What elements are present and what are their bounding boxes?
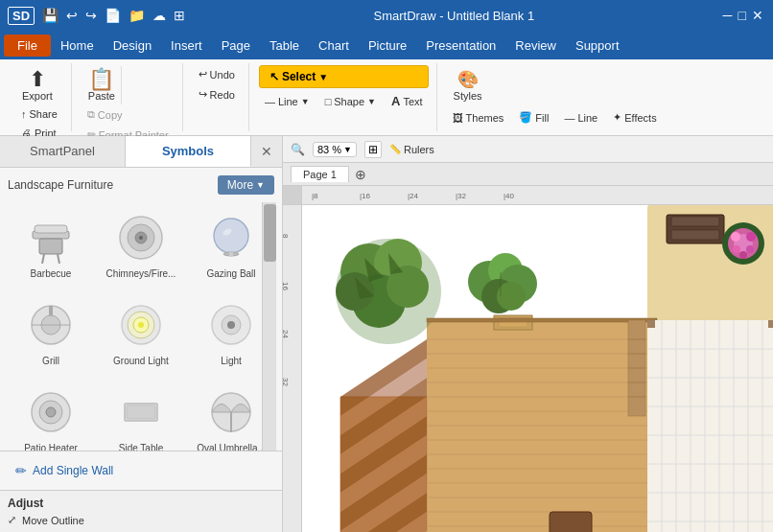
add-page-button[interactable]: ⊕ [349, 165, 372, 184]
select-button[interactable]: ↖ Select ▼ [259, 65, 429, 88]
zoom-control[interactable]: 83 % ▼ [313, 142, 357, 157]
fit-icon[interactable]: ⊞ [364, 141, 382, 158]
shape-button[interactable]: □ Shape ▼ [319, 91, 382, 111]
svg-rect-4 [35, 225, 67, 233]
themes-button[interactable]: 🖼 Themes [447, 108, 510, 127]
add-single-wall-button[interactable]: ✏ Add Single Wall [8, 459, 274, 482]
export-button[interactable]: ⬆ Export [15, 65, 59, 105]
select-dropdown-icon[interactable]: ▼ [318, 72, 328, 82]
redo-button[interactable]: ↪ Redo [193, 85, 241, 104]
menu-design[interactable]: Design [104, 35, 161, 57]
symbol-grill[interactable]: Grill [8, 289, 94, 373]
search-icon: 🔍 [291, 143, 305, 156]
symbol-patio-heater[interactable]: Patio Heater [8, 377, 94, 451]
canvas-content[interactable]: HOM DECK [302, 205, 773, 532]
gazing-ball-symbol-icon [202, 209, 260, 266]
cloud-icon[interactable]: ☁ [151, 6, 168, 25]
svg-text:16: 16 [283, 282, 290, 290]
effects-button[interactable]: ✦ Effects [607, 108, 662, 127]
text-button[interactable]: A Text [386, 91, 429, 111]
symbols-scrollbar[interactable] [262, 202, 276, 451]
svg-point-82 [746, 245, 754, 253]
symbol-chimneys[interactable]: Chimneys/Fire... [98, 202, 184, 286]
svg-rect-73 [671, 217, 719, 226]
close-btn[interactable]: ✕ [750, 6, 765, 25]
menu-chart[interactable]: Chart [309, 35, 359, 57]
svg-point-80 [739, 251, 747, 259]
oval-umbrella-label: Oval Umbrella... [197, 443, 266, 451]
effects-icon: ✦ [613, 111, 621, 124]
svg-rect-130 [647, 320, 655, 328]
svg-point-81 [733, 245, 740, 253]
text-icon: A [391, 94, 400, 108]
cursor-icon: ↖ [269, 70, 279, 83]
fill-button[interactable]: 🪣 Fill [513, 108, 554, 127]
menu-review[interactable]: Review [505, 35, 566, 57]
svg-rect-111 [647, 320, 773, 532]
copy-button[interactable]: ⧉ Copy [82, 105, 175, 124]
themes-icon: 🖼 [453, 112, 463, 124]
redo-icon: ↪ [199, 88, 207, 101]
redo-title-icon[interactable]: ↪ [83, 6, 99, 25]
svg-line-2 [42, 254, 44, 264]
svg-rect-97 [427, 318, 657, 322]
styles-icon: 🎨 [457, 69, 479, 90]
undo-button[interactable]: ↩ Undo [193, 65, 241, 83]
paste-button[interactable]: 📋 Paste [82, 65, 122, 105]
symbol-side-table[interactable]: Side Table [98, 377, 184, 451]
zoom-dropdown-icon[interactable]: ▼ [343, 145, 352, 154]
page-tab-1[interactable]: Page 1 [291, 166, 349, 182]
grill-symbol-icon [22, 296, 80, 354]
styles-button[interactable]: 🎨 Styles [447, 65, 489, 105]
panel-close-btn[interactable]: ✕ [251, 136, 282, 167]
line-style-button[interactable]: — Line [558, 108, 603, 127]
export-icon: ⬆ [29, 69, 46, 90]
save-icon[interactable]: 💾 [40, 6, 60, 25]
minimize-btn[interactable]: ─ [721, 6, 735, 25]
tab-smart-panel[interactable]: SmartPanel [0, 136, 126, 167]
symbols-grid: Barbecue Chimneys/Fire... [8, 202, 274, 451]
shape-dropdown-icon[interactable]: ▼ [367, 97, 376, 106]
new-icon[interactable]: 📄 [103, 6, 123, 25]
menu-insert[interactable]: Insert [161, 35, 212, 57]
drawing-canvas[interactable]: |8 |16 |24 |32 |40 8 16 24 32 [283, 186, 773, 532]
zoom-value: 83 % [317, 144, 341, 155]
tab-symbols[interactable]: Symbols [126, 136, 251, 167]
line-dropdown-icon[interactable]: ▼ [301, 97, 310, 106]
menu-table[interactable]: Table [260, 35, 309, 57]
menu-file[interactable]: File [4, 35, 51, 57]
menu-picture[interactable]: Picture [359, 35, 416, 57]
chimneys-symbol-icon [112, 209, 170, 266]
add-wall-section: ✏ Add Single Wall [0, 451, 282, 490]
undo-title-icon[interactable]: ↩ [64, 6, 80, 25]
svg-text:32: 32 [283, 378, 290, 386]
maximize-btn[interactable]: □ [737, 6, 748, 25]
rulers-toggle[interactable]: 📏 Rulers [389, 144, 434, 155]
line-style-icon: — [564, 112, 574, 124]
more-button[interactable]: More ▼ [218, 175, 274, 195]
scroll-thumb[interactable] [264, 204, 276, 262]
menu-support[interactable]: Support [566, 35, 629, 57]
fill-icon: 🪣 [519, 111, 532, 124]
svg-text:|24: |24 [408, 192, 419, 200]
open-icon[interactable]: 📁 [127, 6, 147, 25]
svg-line-3 [58, 254, 59, 264]
side-table-label: Side Table [119, 443, 164, 451]
symbols-header: Landscape Furniture More ▼ [8, 175, 274, 195]
symbol-barbecue[interactable]: Barbecue [8, 202, 94, 286]
svg-point-9 [214, 219, 248, 253]
svg-rect-28 [127, 405, 155, 419]
menu-bar: File Home Design Insert Page Table Chart… [0, 31, 773, 59]
share-button[interactable]: ↑ Share [15, 105, 63, 123]
menu-home[interactable]: Home [51, 35, 104, 57]
move-outline-button[interactable]: ⤢ Move Outline [8, 514, 274, 526]
patio-heater-label: Patio Heater [24, 443, 78, 451]
symbol-ground-light[interactable]: Ground Light [98, 289, 184, 373]
line-button[interactable]: — Line ▼ [259, 91, 316, 111]
paste-icon: 📋 [88, 69, 114, 90]
menu-presentation[interactable]: Presentation [416, 35, 505, 57]
menu-page[interactable]: Page [212, 35, 260, 57]
more-title-icon[interactable]: ⊞ [172, 6, 187, 25]
svg-text:|32: |32 [456, 192, 467, 200]
window-title: SmartDraw - Untitled Blank 1 [374, 9, 535, 23]
